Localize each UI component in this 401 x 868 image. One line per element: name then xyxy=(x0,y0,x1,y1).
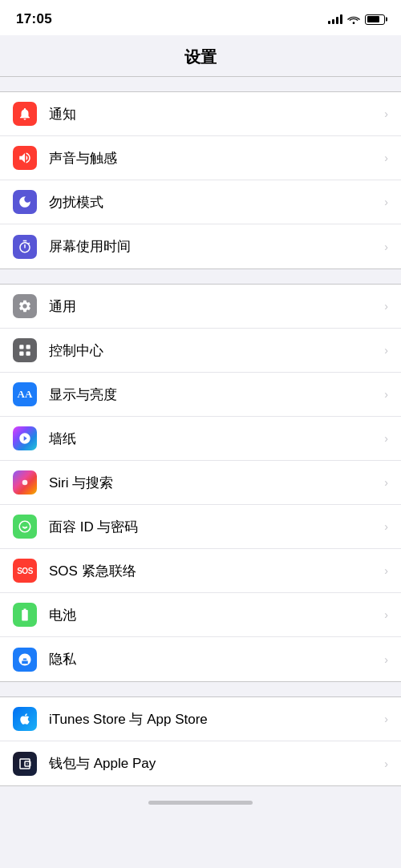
dnd-label: 勿扰模式 xyxy=(49,193,378,212)
status-icons xyxy=(328,14,385,25)
settings-item-notifications[interactable]: 通知 › xyxy=(0,92,401,136)
settings-item-general[interactable]: 通用 › xyxy=(0,285,401,329)
wallet-label: 钱包与 Apple Pay xyxy=(49,754,378,773)
signal-icon xyxy=(328,14,342,24)
settings-item-faceid[interactable]: 面容 ID 与密码 › xyxy=(0,505,401,549)
wallet-icon xyxy=(13,752,37,776)
chevron-icon: › xyxy=(384,520,388,533)
sos-label: SOS 紧急联络 xyxy=(49,562,378,580)
settings-item-battery[interactable]: 电池 › xyxy=(0,593,401,637)
chevron-icon: › xyxy=(384,757,388,770)
chevron-icon: › xyxy=(384,196,388,208)
controlcenter-icon xyxy=(13,338,37,362)
svg-rect-2 xyxy=(19,352,23,356)
privacy-label: 隐私 xyxy=(49,650,378,668)
settings-group-3: iTunes Store 与 App Store › 钱包与 Apple Pay… xyxy=(0,696,401,786)
settings-item-dnd[interactable]: 勿扰模式 › xyxy=(0,180,401,224)
chevron-icon: › xyxy=(384,713,388,725)
svg-point-4 xyxy=(22,480,28,486)
settings-item-display[interactable]: AA 显示与亮度 › xyxy=(0,373,401,417)
itunes-label: iTunes Store 与 App Store xyxy=(49,710,378,729)
settings-item-sounds[interactable]: 声音与触感 › xyxy=(0,136,401,180)
svg-point-5 xyxy=(26,763,28,765)
dnd-icon xyxy=(13,190,37,214)
battery-status-icon xyxy=(365,14,385,25)
wifi-icon xyxy=(347,14,360,24)
wallpaper-icon xyxy=(13,426,37,450)
settings-item-screentime[interactable]: 屏幕使用时间 › xyxy=(0,224,401,268)
screentime-label: 屏幕使用时间 xyxy=(49,237,378,256)
svg-rect-0 xyxy=(19,345,23,349)
status-time: 17:05 xyxy=(16,11,52,27)
svg-rect-1 xyxy=(26,345,30,349)
chevron-icon: › xyxy=(384,240,388,253)
faceid-icon xyxy=(13,515,37,539)
settings-item-wallet[interactable]: 钱包与 Apple Pay › xyxy=(0,741,401,785)
sos-icon: SOS xyxy=(13,559,37,583)
display-icon: AA xyxy=(13,382,37,406)
chevron-icon: › xyxy=(384,432,388,445)
settings-group-2: 通用 › 控制中心 › AA 显示与亮度 › 墙纸 › xyxy=(0,284,401,682)
chevron-icon: › xyxy=(384,388,388,401)
page-header: 设置 xyxy=(0,35,401,77)
chevron-icon: › xyxy=(384,300,388,313)
settings-item-itunes[interactable]: iTunes Store 与 App Store › xyxy=(0,697,401,741)
controlcenter-label: 控制中心 xyxy=(49,341,378,360)
chevron-icon: › xyxy=(384,151,388,164)
status-bar: 17:05 xyxy=(0,0,401,35)
chevron-icon: › xyxy=(384,107,388,120)
siri-icon xyxy=(13,470,37,495)
chevron-icon: › xyxy=(384,608,388,621)
faceid-label: 面容 ID 与密码 xyxy=(49,518,378,536)
chevron-icon: › xyxy=(384,476,388,489)
battery-icon xyxy=(13,603,37,627)
itunes-icon xyxy=(13,707,37,731)
notifications-icon xyxy=(13,102,37,126)
screentime-icon xyxy=(13,235,37,259)
general-icon xyxy=(13,294,37,318)
wallpaper-label: 墙纸 xyxy=(49,430,378,448)
sounds-label: 声音与触感 xyxy=(49,149,378,168)
privacy-icon xyxy=(13,648,37,672)
settings-item-controlcenter[interactable]: 控制中心 › xyxy=(0,329,401,373)
settings-item-siri[interactable]: Siri 与搜索 › xyxy=(0,461,401,505)
general-label: 通用 xyxy=(49,297,378,316)
settings-item-privacy[interactable]: 隐私 › xyxy=(0,637,401,681)
display-label: 显示与亮度 xyxy=(49,386,378,404)
home-indicator-area xyxy=(0,793,401,821)
settings-group-1: 通知 › 声音与触感 › 勿扰模式 › 屏幕使用时间 › xyxy=(0,91,401,269)
chevron-icon: › xyxy=(384,653,388,666)
svg-rect-3 xyxy=(26,352,30,356)
home-indicator xyxy=(148,801,253,805)
settings-item-wallpaper[interactable]: 墙纸 › xyxy=(0,417,401,461)
settings-item-sos[interactable]: SOS SOS 紧急联络 › xyxy=(0,549,401,593)
page-title: 设置 xyxy=(184,48,217,66)
siri-label: Siri 与搜索 xyxy=(49,474,378,492)
chevron-icon: › xyxy=(384,344,388,357)
sounds-icon xyxy=(13,146,37,170)
battery-label: 电池 xyxy=(49,606,378,624)
chevron-icon: › xyxy=(384,564,388,577)
notifications-label: 通知 xyxy=(49,105,378,123)
